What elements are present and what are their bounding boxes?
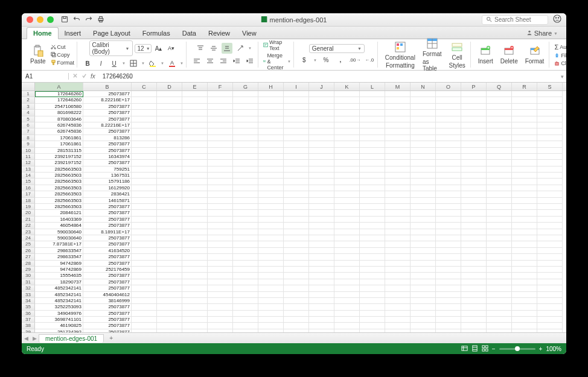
name-box[interactable]: A1	[22, 73, 69, 80]
cell-Q9[interactable]	[487, 141, 512, 147]
column-header-O[interactable]: O	[436, 83, 461, 90]
cell-styles-button[interactable]: CellStyles	[447, 40, 468, 70]
cell-C17[interactable]	[132, 191, 157, 197]
cell-K10[interactable]	[334, 148, 360, 154]
cell-C23[interactable]	[132, 229, 157, 235]
cell-L6[interactable]	[360, 122, 385, 128]
cell-A13[interactable]: 2825663503	[35, 166, 83, 173]
cell-F22[interactable]	[208, 223, 233, 229]
cell-M36[interactable]	[385, 311, 411, 317]
cell-C3[interactable]	[132, 104, 157, 110]
cell-O15[interactable]	[436, 179, 461, 185]
cell-H37[interactable]	[258, 317, 284, 323]
cell-O18[interactable]	[436, 198, 461, 204]
row-header-22[interactable]: 22	[22, 223, 35, 229]
cell-Q31[interactable]	[487, 279, 512, 285]
cell-H17[interactable]	[258, 191, 284, 197]
cell-L11[interactable]	[360, 154, 385, 160]
cell-P24[interactable]	[461, 235, 487, 241]
cell-N30[interactable]	[411, 273, 436, 279]
row-header-34[interactable]: 34	[22, 298, 35, 304]
cell-G6[interactable]	[233, 122, 258, 128]
cell-Q14[interactable]	[487, 173, 512, 179]
cell-F32[interactable]	[208, 285, 233, 291]
cell-D31[interactable]	[157, 279, 182, 285]
cell-M12[interactable]	[385, 160, 411, 166]
cell-F21[interactable]	[208, 217, 233, 223]
tab-insert[interactable]: Insert	[59, 28, 88, 39]
cell-P22[interactable]	[461, 223, 487, 229]
cell-A12[interactable]: 2392197152	[35, 160, 83, 166]
cell-B29[interactable]: 252176459	[83, 267, 132, 273]
column-header-S[interactable]: S	[537, 83, 563, 90]
cell-D11[interactable]	[157, 154, 182, 160]
cell-L32[interactable]	[360, 285, 385, 291]
cell-D18[interactable]	[157, 198, 182, 204]
cell-C26[interactable]	[132, 248, 157, 254]
cell-C6[interactable]	[132, 122, 157, 128]
cell-L30[interactable]	[360, 273, 385, 279]
cell-B3[interactable]: 25073877	[83, 104, 132, 110]
cell-L2[interactable]	[360, 97, 385, 103]
cell-G8[interactable]	[233, 135, 258, 141]
cell-O9[interactable]	[436, 141, 461, 147]
cell-M6[interactable]	[385, 122, 411, 128]
cell-S19[interactable]	[537, 204, 563, 210]
cell-R4[interactable]	[512, 110, 537, 116]
cell-C18[interactable]	[132, 198, 157, 204]
cell-G10[interactable]	[233, 148, 258, 154]
cell-B34[interactable]: 38146999	[83, 298, 132, 304]
cell-G30[interactable]	[233, 273, 258, 279]
cell-C5[interactable]	[132, 116, 157, 122]
cell-K38[interactable]	[334, 323, 360, 329]
cell-M33[interactable]	[385, 292, 411, 298]
cell-M14[interactable]	[385, 173, 411, 179]
cell-E34[interactable]	[182, 298, 208, 304]
cell-S35[interactable]	[537, 304, 563, 310]
row-header-32[interactable]: 32	[22, 285, 35, 291]
cell-O28[interactable]	[436, 261, 461, 267]
cell-E15[interactable]	[182, 179, 208, 185]
cell-S9[interactable]	[537, 141, 563, 147]
cell-I26[interactable]	[284, 248, 309, 254]
cell-B19[interactable]: 25073877	[83, 204, 132, 210]
wrap-text-button[interactable]: Wrap Text	[263, 39, 291, 51]
cell-R22[interactable]	[512, 223, 537, 229]
cell-S28[interactable]	[537, 261, 563, 267]
row-header-24[interactable]: 24	[22, 235, 35, 241]
cell-H23[interactable]	[258, 229, 284, 235]
cell-A3[interactable]: 2547106580	[35, 104, 83, 110]
cell-G3[interactable]	[233, 104, 258, 110]
cell-O30[interactable]	[436, 273, 461, 279]
column-header-L[interactable]: L	[360, 83, 385, 90]
cell-P4[interactable]	[461, 110, 487, 116]
cell-I29[interactable]	[284, 267, 309, 273]
cell-B6[interactable]: 8.22216E+17	[83, 122, 132, 128]
cell-O4[interactable]	[436, 110, 461, 116]
cell-F27[interactable]	[208, 254, 233, 260]
cell-S30[interactable]	[537, 273, 563, 279]
cell-Q33[interactable]	[487, 292, 512, 298]
cell-P33[interactable]	[461, 292, 487, 298]
cell-L13[interactable]	[360, 166, 385, 173]
cell-D32[interactable]	[157, 285, 182, 291]
cell-J3[interactable]	[309, 104, 334, 110]
cell-I2[interactable]	[284, 97, 309, 103]
cell-R16[interactable]	[512, 185, 537, 191]
cell-J16[interactable]	[309, 185, 334, 191]
cell-M34[interactable]	[385, 298, 411, 304]
cell-C14[interactable]	[132, 173, 157, 179]
cell-I34[interactable]	[284, 298, 309, 304]
cell-J17[interactable]	[309, 191, 334, 197]
cell-I3[interactable]	[284, 104, 309, 110]
redo-icon[interactable]	[85, 16, 92, 24]
cell-M24[interactable]	[385, 235, 411, 241]
cell-M7[interactable]	[385, 128, 411, 135]
cell-O5[interactable]	[436, 116, 461, 122]
cell-K36[interactable]	[334, 311, 360, 317]
cell-K17[interactable]	[334, 191, 360, 197]
cell-O21[interactable]	[436, 217, 461, 223]
tab-formulas[interactable]: Formulas	[136, 28, 176, 39]
cell-D23[interactable]	[157, 229, 182, 235]
cell-P35[interactable]	[461, 304, 487, 310]
